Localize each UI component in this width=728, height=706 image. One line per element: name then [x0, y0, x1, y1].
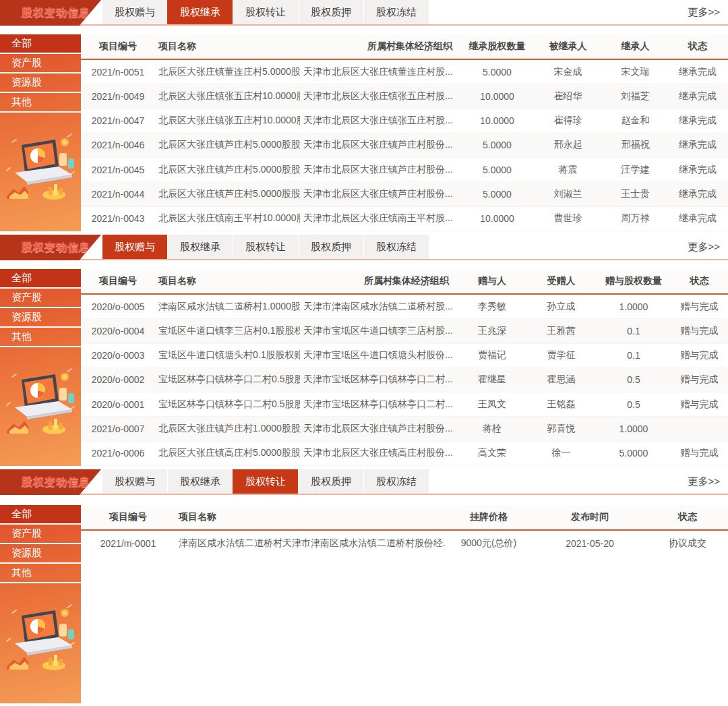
tab-equity-gift[interactable]: 股权赠与	[102, 235, 167, 259]
table-header-row: 项目编号 项目名称 所属村集体经济组织 赠与人 受赠人 赠与股权数量 状态	[81, 269, 728, 295]
tab-equity-transfer[interactable]: 股权转让	[233, 0, 298, 24]
table-row[interactable]: 2021/o-0006 北辰区大张庄镇高庄村5.0000股股权赠与... 天津市…	[81, 442, 728, 466]
table-row[interactable]: 2021/n-0043 北辰区大张庄镇南王平村10.0000股股权继... 天津…	[81, 207, 728, 231]
recipient: 孙立成	[526, 301, 597, 313]
table-row[interactable]: 2021/n-0045 北辰区大张庄镇芦庄村5.0000股股权继承... 天津市…	[81, 158, 728, 182]
table-row[interactable]: 2020/o-0005 津南区咸水沽镇二道桥村1.0000股股权赠... 天津市…	[81, 295, 728, 319]
tab-equity-inheritance[interactable]: 股权继承	[167, 235, 233, 259]
tab-equity-freeze[interactable]: 股权冻结	[363, 469, 429, 494]
table-row[interactable]: 2021/m-0001 津南区咸水沽镇二道桥村天津市津南区咸水沽镇二道桥村股份经…	[81, 531, 728, 556]
table-row[interactable]: 2021/n-0044 北辰区大张庄镇芦庄村5.0000股股权继承... 天津市…	[81, 182, 728, 206]
table-row[interactable]: 2021/n-0049 北辰区大张庄镇张五庄村10.0000股股权继... 天津…	[81, 84, 728, 109]
sidebar-item-all[interactable]: 全部	[0, 269, 81, 289]
project-name: 津南区咸水沽镇二道桥村1.0000股股权赠...	[155, 301, 300, 313]
tab-equity-freeze[interactable]: 股权冻结	[363, 0, 429, 24]
status: 赠与完成	[671, 349, 728, 361]
table-row[interactable]: 2020/o-0003 宝坻区牛道口镇塘头村0.1股股权赠与项目 天津市宝坻区牛…	[81, 344, 728, 368]
project-id: 2021/o-0007	[81, 423, 155, 434]
sidebar-item-resource-shares[interactable]: 资源股	[0, 73, 81, 93]
village-org: 天津市北辰区大张庄镇张五庄村股...	[300, 90, 462, 102]
strip-underline	[0, 494, 728, 495]
sidebar-item-asset-shares[interactable]: 资产股	[0, 525, 81, 544]
table-row[interactable]: 2021/o-0007 北辰区大张庄镇芦庄村1.0000股股权赠与... 天津市…	[81, 417, 728, 441]
column-header: 项目编号	[81, 511, 175, 523]
giver: 王兆深	[458, 325, 526, 337]
tab-equity-gift[interactable]: 股权赠与	[102, 0, 167, 24]
heir: 刘福芝	[603, 90, 667, 102]
laptop-analytics-icon	[3, 601, 78, 680]
village-org: 天津市北辰区大张庄镇高庄村股份...	[300, 447, 458, 459]
recipient: 贾学征	[526, 349, 597, 361]
tab-equity-pledge[interactable]: 股权质押	[298, 0, 363, 24]
table-row[interactable]: 2021/n-0047 北辰区大张庄镇张五庄村10.0000股股权继... 天津…	[81, 109, 728, 134]
column-header: 被继承人	[533, 40, 603, 53]
more-link[interactable]: 更多>>	[688, 0, 720, 24]
more-link[interactable]: 更多>>	[688, 235, 720, 259]
table-row[interactable]: 2021/n-0051 北辰区大张庄镇董连庄村5.0000股股权继... 天津市…	[81, 60, 728, 84]
strip-underline	[0, 259, 728, 260]
sidebar-item-other[interactable]: 其他	[0, 93, 81, 113]
recipient: 郭喜悦	[526, 423, 597, 435]
status: 继承完成	[667, 188, 728, 200]
project-name: 宝坻区牛道口镇李三店村0.1股股权赠与项目	[155, 325, 300, 337]
project-id: 2021/n-0043	[81, 213, 155, 224]
recipient: 霍思涵	[526, 374, 597, 386]
sidebar-item-all[interactable]: 全部	[0, 505, 81, 525]
tab-equity-transfer[interactable]: 股权转让	[233, 469, 298, 494]
equity-quantity: 5.0000	[597, 448, 671, 459]
table-row[interactable]: 2020/o-0004 宝坻区牛道口镇李三店村0.1股股权赠与项目 天津市宝坻区…	[81, 319, 728, 343]
tab-equity-transfer[interactable]: 股权转让	[233, 235, 298, 259]
project-id: 2021/o-0006	[81, 448, 155, 459]
project-name: 北辰区大张庄镇芦庄村5.0000股股权继承...	[155, 139, 300, 151]
more-link[interactable]: 更多>>	[688, 469, 720, 494]
finance-illustration	[0, 130, 81, 210]
tab-equity-gift[interactable]: 股权赠与	[102, 469, 167, 494]
tab-equity-pledge[interactable]: 股权质押	[298, 235, 363, 259]
beaker-icon	[59, 388, 67, 401]
village-org: 天津市北辰区大张庄镇芦庄村股份...	[300, 423, 458, 435]
column-header: 赠与人	[458, 275, 526, 287]
column-header: 所属村集体经济组织	[300, 40, 462, 53]
tab-equity-inheritance[interactable]: 股权继承	[167, 0, 233, 24]
table-body: 2021/n-0051 北辰区大张庄镇董连庄村5.0000股股权继... 天津市…	[81, 60, 728, 231]
project-id: 2020/o-0002	[81, 374, 155, 385]
sidebar-item-other[interactable]: 其他	[0, 564, 81, 583]
tab-equity-pledge[interactable]: 股权质押	[298, 469, 363, 494]
equity-quantity: 10.0000	[462, 115, 533, 126]
giver: 贾福记	[458, 349, 526, 361]
section1-tab-bar: 股权赠与 股权继承 股权转让 股权质押 股权冻结	[102, 0, 429, 24]
giver: 李秀敏	[458, 301, 526, 313]
status: 赠与完成	[671, 447, 728, 459]
beaker-icon-2	[68, 629, 74, 639]
village-org: 天津市宝坻区林亭口镇林亭口二村...	[300, 374, 458, 386]
status: 赠与完成	[671, 374, 728, 386]
table-row[interactable]: 2020/o-0001 宝坻区林亭口镇林亭口二村0.5股股权赠与... 天津市宝…	[81, 392, 728, 417]
column-header: 项目名称	[155, 40, 300, 53]
equity-quantity: 5.0000	[462, 67, 533, 78]
sidebar-item-other[interactable]: 其他	[0, 328, 81, 347]
decedent: 宋金成	[533, 66, 603, 78]
table-row[interactable]: 2021/n-0046 北辰区大张庄镇芦庄村5.0000股股权继承... 天津市…	[81, 134, 728, 158]
sidebar-item-asset-shares[interactable]: 资产股	[0, 54, 81, 73]
project-name: 北辰区大张庄镇董连庄村5.0000股股权继...	[155, 66, 300, 78]
heir: 王士贵	[603, 188, 667, 200]
finance-illustration	[0, 601, 81, 680]
village-org: 天津市宝坻区牛道口镇塘头村股份...	[300, 349, 458, 361]
column-header: 继承人	[603, 40, 667, 53]
sidebar-item-resource-shares[interactable]: 资源股	[0, 544, 81, 564]
tab-equity-inheritance[interactable]: 股权继承	[167, 469, 233, 494]
section1-sidebar: 全部 资产股 资源股 其他	[0, 34, 81, 231]
sidebar-item-asset-shares[interactable]: 资产股	[0, 289, 81, 308]
project-id: 2020/o-0001	[81, 399, 155, 410]
equity-quantity: 5.0000	[462, 189, 533, 200]
village-org: 天津市宝坻区牛道口镇李三店村股...	[300, 325, 458, 337]
tab-equity-freeze[interactable]: 股权冻结	[363, 235, 429, 259]
sidebar-item-all[interactable]: 全部	[0, 34, 81, 54]
project-id: 2020/o-0005	[81, 301, 155, 312]
table-body: 2021/m-0001 津南区咸水沽镇二道桥村天津市津南区咸水沽镇二道桥村股份经…	[81, 531, 728, 703]
beaker-icon-2	[68, 158, 74, 169]
giver: 高文荣	[458, 447, 526, 459]
section3-header-strip: 股权变动信息 股权赠与 股权继承 股权转让 股权质押 股权冻结 更多>>	[0, 469, 728, 495]
table-row[interactable]: 2020/o-0002 宝坻区林亭口镇林亭口二村0.5股股权赠与... 天津市宝…	[81, 368, 728, 392]
sidebar-item-resource-shares[interactable]: 资源股	[0, 308, 81, 328]
